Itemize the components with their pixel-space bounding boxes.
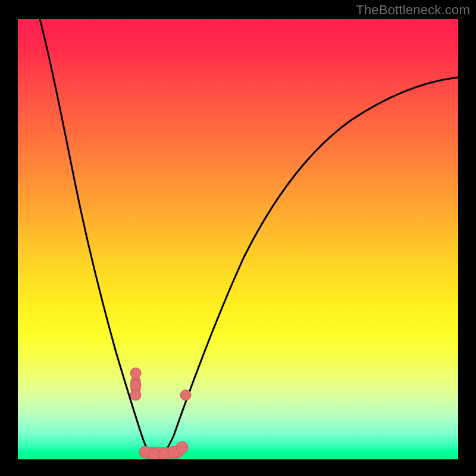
left-marker-cluster	[130, 368, 141, 400]
svg-point-1	[130, 368, 141, 378]
watermark-text: TheBottleneck.com	[356, 2, 470, 18]
svg-point-9	[176, 441, 188, 453]
plot-area	[18, 19, 458, 459]
right-marker-point	[180, 390, 191, 400]
svg-point-2	[130, 380, 141, 390]
svg-point-3	[130, 390, 141, 400]
bottleneck-curve	[40, 19, 458, 458]
curve-layer	[18, 19, 458, 459]
minimum-marker-clump	[139, 441, 188, 459]
chart-frame: TheBottleneck.com	[0, 0, 476, 476]
